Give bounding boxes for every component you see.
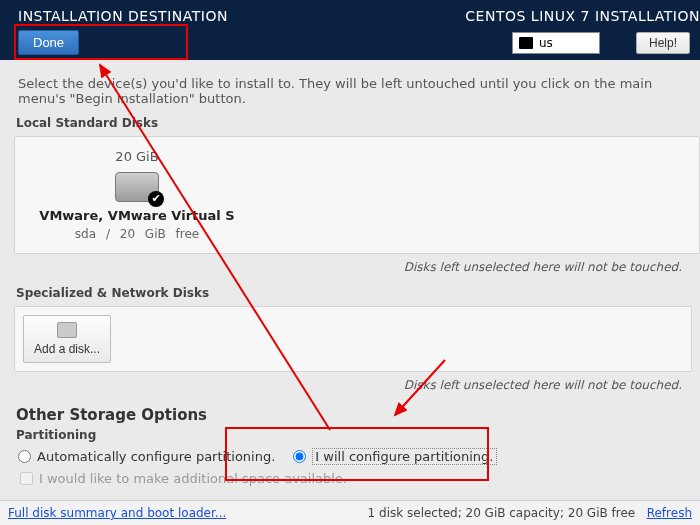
disk-name: VMware, VMware Virtual S xyxy=(27,208,247,223)
add-disk-label: Add a disk... xyxy=(34,342,100,356)
local-disks-panel: 20 GiB ✔ VMware, VMware Virtual S sda / … xyxy=(14,136,700,254)
reclaim-checkbox xyxy=(20,472,33,485)
disk-sep: / xyxy=(106,227,110,241)
add-disk-icon xyxy=(57,322,77,338)
refresh-link[interactable]: Refresh xyxy=(647,506,692,520)
header-bar: INSTALLATION DESTINATION CENTOS LINUX 7 … xyxy=(0,0,700,60)
disk-size: 20 GiB xyxy=(27,149,247,164)
body: Select the device(s) you'd like to insta… xyxy=(0,60,700,486)
partitioning-radios: Automatically configure partitioning. I … xyxy=(18,448,682,465)
disk-subtext: sda / 20 GiB free xyxy=(27,227,247,241)
local-disks-label: Local Standard Disks xyxy=(16,116,684,130)
keyboard-indicator[interactable]: us xyxy=(512,32,600,54)
radio-manual-input[interactable] xyxy=(293,450,306,463)
page-title: INSTALLATION DESTINATION xyxy=(18,8,228,24)
radio-auto-label: Automatically configure partitioning. xyxy=(37,449,275,464)
disk-free: 20 GiB free xyxy=(120,227,199,241)
disk-summary-link[interactable]: Full disk summary and boot loader... xyxy=(8,506,226,520)
network-disks-panel: Add a disk... xyxy=(14,306,692,372)
disk-id: sda xyxy=(75,227,96,241)
radio-auto-input[interactable] xyxy=(18,450,31,463)
reclaim-row[interactable]: I would like to make additional space av… xyxy=(20,471,680,486)
keyboard-icon xyxy=(519,37,533,49)
check-icon: ✔ xyxy=(148,191,164,207)
intro-text: Select the device(s) you'd like to insta… xyxy=(18,76,682,106)
footer-status: 1 disk selected; 20 GiB capacity; 20 GiB… xyxy=(368,506,636,520)
radio-manual-partition[interactable]: I will configure partitioning. xyxy=(293,448,496,465)
footer-bar: Full disk summary and boot loader... 1 d… xyxy=(0,500,700,525)
radio-manual-label: I will configure partitioning. xyxy=(312,448,496,465)
network-disks-label: Specialized & Network Disks xyxy=(16,286,684,300)
partitioning-label: Partitioning xyxy=(16,428,684,442)
other-options-heading: Other Storage Options xyxy=(16,406,686,424)
done-button[interactable]: Done xyxy=(18,30,79,55)
disk-item[interactable]: 20 GiB ✔ VMware, VMware Virtual S sda / … xyxy=(27,149,247,241)
local-hint: Disks left unselected here will not be t… xyxy=(14,260,682,274)
help-button[interactable]: Help! xyxy=(636,32,690,54)
product-title: CENTOS LINUX 7 INSTALLATION xyxy=(465,8,700,24)
network-hint: Disks left unselected here will not be t… xyxy=(14,378,682,392)
add-disk-button[interactable]: Add a disk... xyxy=(23,315,111,363)
disk-icon: ✔ xyxy=(115,172,159,202)
reclaim-label: I would like to make additional space av… xyxy=(39,471,347,486)
radio-auto-partition[interactable]: Automatically configure partitioning. xyxy=(18,449,275,464)
keyboard-layout: us xyxy=(539,36,553,50)
